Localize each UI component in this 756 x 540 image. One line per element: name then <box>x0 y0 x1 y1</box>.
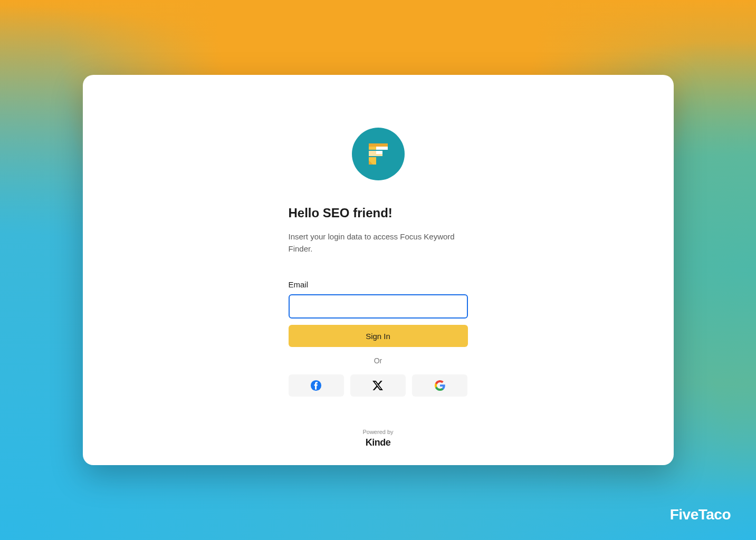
powered-by-label: Powered by <box>362 429 393 435</box>
login-card: Hello SEO friend! Insert your login data… <box>83 75 674 465</box>
card-footer: Powered by Kinde <box>362 429 393 448</box>
svg-rect-2 <box>376 147 388 150</box>
x-icon <box>372 380 384 391</box>
x-login-button[interactable] <box>350 374 406 397</box>
facebook-icon <box>310 380 322 391</box>
watermark: FiveTaco <box>670 506 731 523</box>
email-label: Email <box>289 280 468 289</box>
svg-rect-4 <box>376 151 382 154</box>
google-icon <box>434 380 446 391</box>
login-content: Hello SEO friend! Insert your login data… <box>289 206 468 397</box>
app-logo <box>352 128 405 180</box>
kinde-logo: Kinde <box>362 437 393 448</box>
page-heading: Hello SEO friend! <box>289 206 468 220</box>
page-subheading: Insert your login data to access Focus K… <box>289 231 468 255</box>
logo-f-icon <box>363 139 393 169</box>
signin-button[interactable]: Sign In <box>289 325 468 347</box>
divider-or: Or <box>289 356 468 365</box>
google-login-button[interactable] <box>412 374 467 397</box>
facebook-login-button[interactable] <box>289 374 344 397</box>
svg-rect-1 <box>369 143 388 147</box>
email-input[interactable] <box>289 294 468 319</box>
social-login-row <box>289 374 468 397</box>
